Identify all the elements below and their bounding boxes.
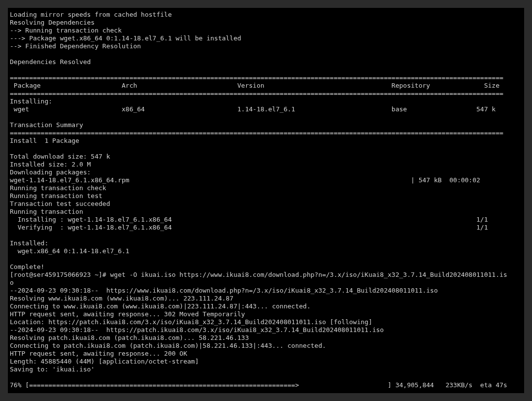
- terminal-line: Complete!: [10, 263, 522, 271]
- terminal-line: Installed size: 2.0 M: [10, 161, 522, 168]
- terminal-line: ========================================…: [10, 74, 522, 82]
- terminal-line: HTTP request sent, awaiting response... …: [10, 310, 522, 318]
- terminal-line: Package Arch Version Repository Size: [10, 82, 522, 90]
- terminal-line: Installed:: [10, 239, 522, 247]
- terminal-line: --2024-09-23 09:30:18-- https://patch.ik…: [10, 326, 522, 334]
- terminal-line: --2024-09-23 09:30:18-- https://www.ikua…: [10, 287, 522, 295]
- terminal-line: Transaction Summary: [10, 121, 522, 129]
- terminal-line: [10, 232, 522, 239]
- terminal-line: [10, 66, 522, 74]
- terminal-line: Resolving Dependencies: [10, 19, 522, 27]
- terminal-line: wget.x86_64 0:1.14-18.el7_6.1: [10, 247, 522, 255]
- terminal-line: [10, 50, 522, 58]
- terminal-line: Downloading packages:: [10, 168, 522, 176]
- terminal-line: Dependencies Resolved: [10, 58, 522, 66]
- terminal-line: Length: 45885440 (44M) [application/octe…: [10, 358, 522, 366]
- terminal-line: Total download size: 547 k: [10, 153, 522, 161]
- terminal-line: wget-1.14-18.el7_6.1.x86_64.rpm | 547 kB…: [10, 176, 522, 184]
- terminal-line: --> Running transaction check: [10, 27, 522, 34]
- terminal-line: Running transaction test: [10, 192, 522, 200]
- terminal-line: [10, 113, 522, 121]
- terminal-line: wget x86_64 1.14-18.el7_6.1 base 547 k: [10, 105, 522, 113]
- terminal-line: ========================================…: [10, 129, 522, 137]
- terminal-line: --> Finished Dependency Resolution: [10, 42, 522, 50]
- terminal-line: Resolving www.ikuai8.com (www.ikuai8.com…: [10, 295, 522, 302]
- terminal-line: [10, 255, 522, 263]
- terminal-line: [10, 145, 522, 153]
- terminal-line: 76% [===================================…: [10, 381, 522, 389]
- terminal-line: ========================================…: [10, 90, 522, 98]
- terminal-line: [10, 373, 522, 381]
- terminal-line: Transaction test succeeded: [10, 200, 522, 208]
- terminal-line: Loading mirror speeds from cached hostfi…: [10, 11, 522, 19]
- screenshot-frame: Loading mirror speeds from cached hostfi…: [0, 0, 532, 401]
- terminal-line: Running transaction check: [10, 184, 522, 192]
- terminal-line: Install 1 Package: [10, 137, 522, 145]
- terminal-line: Running transaction: [10, 208, 522, 216]
- terminal-line: [root@ser459175066923 ~]# wget -O ikuai.…: [10, 271, 522, 279]
- terminal-line: Connecting to www.ikuai8.com (www.ikuai8…: [10, 302, 522, 310]
- terminal-line: Resolving patch.ikuai8.com (patch.ikuai8…: [10, 334, 522, 342]
- terminal-line: Installing : wget-1.14-18.el7_6.1.x86_64…: [10, 216, 522, 224]
- terminal-output[interactable]: Loading mirror speeds from cached hostfi…: [8, 8, 524, 393]
- terminal-line: HTTP request sent, awaiting response... …: [10, 350, 522, 358]
- terminal-line: Saving to: 'ikuai.iso': [10, 366, 522, 373]
- terminal-line: o: [10, 279, 522, 287]
- terminal-line: Connecting to patch.ikuai8.com (patch.ik…: [10, 342, 522, 350]
- terminal-line: Verifying : wget-1.14-18.el7_6.1.x86_64 …: [10, 224, 522, 232]
- terminal-line: ---> Package wget.x86_64 0:1.14-18.el7_6…: [10, 34, 522, 42]
- terminal-line: Location: https://patch.ikuai8.com/3.x/i…: [10, 318, 522, 326]
- terminal-line: Installing:: [10, 98, 522, 105]
